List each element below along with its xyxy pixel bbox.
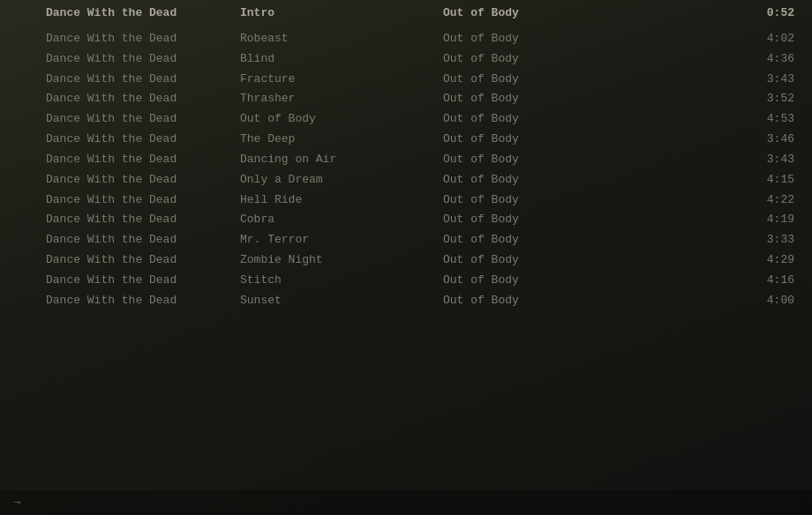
list-item[interactable]: Dance With the DeadBlindOut of Body4:36 xyxy=(0,49,812,70)
track-title: Stitch xyxy=(240,272,443,289)
track-title: Mr. Terror xyxy=(240,232,443,249)
track-title: Only a Dream xyxy=(240,172,443,189)
track-duration: 4:15 xyxy=(741,172,794,189)
track-artist: Dance With the Dead xyxy=(46,252,240,269)
track-title: Blind xyxy=(240,51,443,68)
track-album: Out of Body xyxy=(443,192,620,209)
list-item[interactable]: Dance With the DeadFractureOut of Body3:… xyxy=(0,70,812,90)
track-spacer xyxy=(620,31,741,48)
header-album: Out of Body xyxy=(443,5,620,22)
track-title: The Deep xyxy=(240,131,443,148)
arrow-icon: → xyxy=(14,496,20,509)
list-item[interactable]: Dance With the DeadMr. TerrorOut of Body… xyxy=(0,230,812,250)
track-album: Out of Body xyxy=(443,31,620,48)
track-duration: 4:36 xyxy=(741,51,794,68)
track-album: Out of Body xyxy=(443,232,620,249)
track-title: Cobra xyxy=(240,212,443,228)
track-album: Out of Body xyxy=(443,131,620,148)
track-artist: Dance With the Dead xyxy=(46,131,240,148)
track-spacer xyxy=(620,272,741,289)
list-item[interactable]: Dance With the DeadZombie NightOut of Bo… xyxy=(0,250,812,271)
list-item[interactable]: Dance With the DeadOnly a DreamOut of Bo… xyxy=(0,170,812,190)
track-artist: Dance With the Dead xyxy=(46,152,240,168)
track-spacer xyxy=(620,111,741,128)
track-spacer xyxy=(620,91,741,108)
list-item[interactable]: Dance With the DeadThrasherOut of Body3:… xyxy=(0,89,812,109)
track-spacer xyxy=(620,293,741,310)
track-title: Dancing on Air xyxy=(240,152,443,168)
track-spacer xyxy=(620,212,741,228)
track-spacer xyxy=(620,71,741,88)
track-duration: 4:29 xyxy=(741,252,794,269)
list-item[interactable]: Dance With the DeadHell RideOut of Body4… xyxy=(0,190,812,211)
track-title: Fracture xyxy=(240,71,443,88)
track-album: Out of Body xyxy=(443,252,620,269)
track-duration: 4:16 xyxy=(741,272,794,289)
track-duration: 4:02 xyxy=(741,31,794,48)
track-album: Out of Body xyxy=(443,152,620,168)
header-title: Intro xyxy=(240,5,443,22)
track-artist: Dance With the Dead xyxy=(46,111,240,128)
track-album: Out of Body xyxy=(443,272,620,289)
track-artist: Dance With the Dead xyxy=(46,51,240,68)
header-artist: Dance With the Dead xyxy=(46,5,240,22)
track-duration: 3:43 xyxy=(741,152,794,168)
track-spacer xyxy=(620,51,741,68)
track-duration: 3:52 xyxy=(741,91,794,108)
track-album: Out of Body xyxy=(443,212,620,228)
track-duration: 3:33 xyxy=(741,232,794,249)
track-spacer xyxy=(620,172,741,189)
track-spacer xyxy=(620,131,741,148)
track-artist: Dance With the Dead xyxy=(46,31,240,48)
track-artist: Dance With the Dead xyxy=(46,192,240,209)
list-item[interactable]: Dance With the DeadStitchOut of Body4:16 xyxy=(0,271,812,291)
header-duration: 0:52 xyxy=(741,5,794,22)
list-item[interactable]: Dance With the DeadSunsetOut of Body4:00 xyxy=(0,291,812,311)
list-item[interactable]: Dance With the DeadOut of BodyOut of Bod… xyxy=(0,109,812,130)
track-album: Out of Body xyxy=(443,293,620,310)
track-rows-container: Dance With the DeadRobeastOut of Body4:0… xyxy=(0,29,812,311)
track-artist: Dance With the Dead xyxy=(46,212,240,228)
track-duration: 4:22 xyxy=(741,192,794,209)
track-artist: Dance With the Dead xyxy=(46,232,240,249)
track-artist: Dance With the Dead xyxy=(46,91,240,108)
bottom-bar: → xyxy=(0,490,812,515)
list-item[interactable]: Dance With the DeadThe DeepOut of Body3:… xyxy=(0,130,812,150)
track-duration: 4:53 xyxy=(741,111,794,128)
track-album: Out of Body xyxy=(443,91,620,108)
track-artist: Dance With the Dead xyxy=(46,71,240,88)
track-list-header: Dance With the Dead Intro Out of Body 0:… xyxy=(0,4,812,26)
track-album: Out of Body xyxy=(443,111,620,128)
track-album: Out of Body xyxy=(443,172,620,189)
track-list: Dance With the Dead Intro Out of Body 0:… xyxy=(0,0,812,29)
track-spacer xyxy=(620,232,741,249)
track-spacer xyxy=(620,252,741,269)
track-title: Thrasher xyxy=(240,91,443,108)
list-item[interactable]: Dance With the DeadCobraOut of Body4:19 xyxy=(0,210,812,230)
track-artist: Dance With the Dead xyxy=(46,272,240,289)
track-spacer xyxy=(620,192,741,209)
track-album: Out of Body xyxy=(443,51,620,68)
track-title: Sunset xyxy=(240,293,443,310)
track-artist: Dance With the Dead xyxy=(46,172,240,189)
track-duration: 4:19 xyxy=(741,212,794,228)
track-duration: 3:46 xyxy=(741,131,794,148)
track-duration: 4:00 xyxy=(741,293,794,310)
track-spacer xyxy=(620,152,741,168)
track-album: Out of Body xyxy=(443,71,620,88)
list-item[interactable]: Dance With the DeadRobeastOut of Body4:0… xyxy=(0,29,812,49)
track-duration: 3:43 xyxy=(741,71,794,88)
track-title: Out of Body xyxy=(240,111,443,128)
list-item[interactable]: Dance With the DeadDancing on AirOut of … xyxy=(0,150,812,170)
track-title: Hell Ride xyxy=(240,192,443,209)
header-spacer xyxy=(620,5,741,22)
track-title: Zombie Night xyxy=(240,252,443,269)
track-title: Robeast xyxy=(240,31,443,48)
track-artist: Dance With the Dead xyxy=(46,293,240,310)
